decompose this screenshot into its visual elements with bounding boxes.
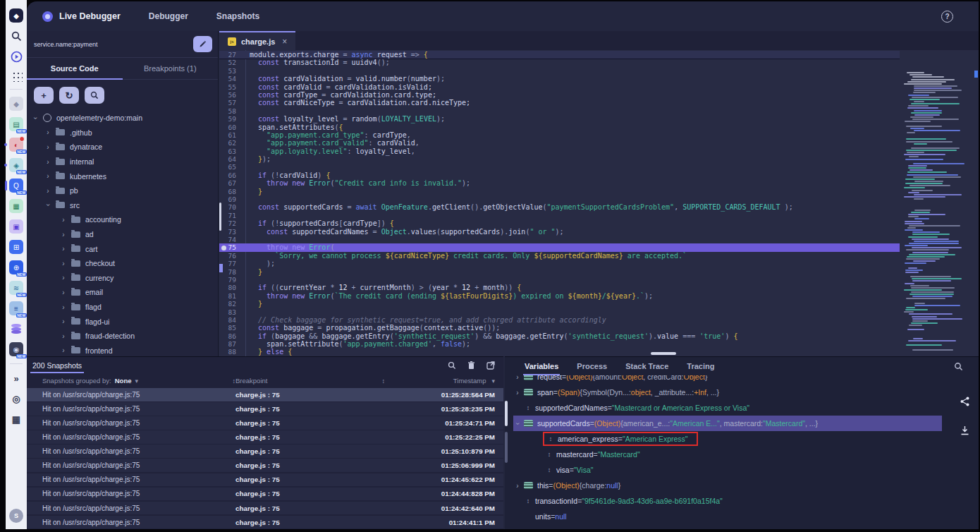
tree-item-dynatrace[interactable]: ›dynatrace: [27, 140, 218, 155]
download-icon[interactable]: [960, 425, 969, 435]
snapshot-row[interactable]: Hit on /usr/src/app/charge.js:75charge.j…: [27, 430, 503, 444]
line-number[interactable]: 78: [219, 268, 243, 276]
chevron-right-icon[interactable]: ›: [61, 245, 66, 253]
line-number[interactable]: 52: [219, 59, 243, 66]
tab-breakpoints[interactable]: Breakpoints (1): [123, 58, 219, 79]
variable-row[interactable]: ›supportedCards = (Object) {american_e..…: [513, 416, 942, 431]
chevron-down-icon[interactable]: ›: [514, 419, 522, 428]
line-number[interactable]: 58: [219, 107, 243, 115]
dynatrace-logo[interactable]: ◆: [9, 8, 23, 23]
snapshot-row[interactable]: Hit on /usr/src/app/charge.js:75charge.j…: [27, 459, 503, 472]
line-number[interactable]: 74: [219, 236, 243, 243]
app-databases-icon[interactable]: [9, 322, 23, 336]
chevron-right-icon[interactable]: ›: [45, 187, 51, 195]
snapshot-row[interactable]: Hit on /usr/src/app/charge.js:75charge.j…: [27, 502, 503, 515]
variable-row[interactable]: ›this = (Object) {charge: null}: [513, 478, 942, 493]
line-number[interactable]: 86: [219, 332, 243, 340]
user-avatar[interactable]: S: [9, 509, 23, 523]
line-number[interactable]: 62: [219, 139, 243, 147]
snapshot-row[interactable]: Hit on /usr/src/app/charge.js:75charge.j…: [27, 445, 503, 458]
tree-item-cart[interactable]: ›cart: [27, 241, 218, 256]
line-number[interactable]: 27: [219, 51, 243, 59]
tree-item-src[interactable]: ›src: [27, 198, 218, 213]
tree-item-email[interactable]: ›email: [27, 285, 218, 300]
line-number[interactable]: 60: [219, 123, 243, 131]
help-icon[interactable]: ?: [941, 11, 953, 23]
line-number[interactable]: 84: [219, 316, 243, 324]
chevron-right-icon[interactable]: ›: [513, 375, 522, 381]
editor-tab-charge-js[interactable]: js charge.js ×: [219, 31, 295, 50]
line-number[interactable]: 66: [219, 171, 243, 179]
chevron-right-icon[interactable]: ›: [45, 172, 51, 180]
app-hosts-icon[interactable]: ≡NEW: [9, 301, 23, 315]
variable-row[interactable]: ›request = (Object) {amount: Object, cre…: [513, 375, 942, 385]
line-number[interactable]: 61: [219, 131, 243, 139]
tab-snapshots[interactable]: Snapshots: [216, 11, 259, 21]
service-filter-input[interactable]: service.name:payment: [34, 41, 193, 48]
line-number[interactable]: 55: [219, 83, 243, 91]
app-settings-icon[interactable]: ⊕NEW: [9, 260, 23, 274]
grouped-by-value[interactable]: None: [115, 377, 132, 385]
tab-source-code[interactable]: Source Code: [27, 58, 123, 79]
line-number[interactable]: 79: [219, 276, 243, 284]
variable-row[interactable]: ↕transactionId = "9f5461de-9ad3-43d6-aa9…: [513, 493, 942, 509]
delete-snapshots-icon[interactable]: [467, 361, 475, 370]
usage-icon[interactable]: ▦: [9, 412, 23, 426]
line-number[interactable]: 67: [219, 179, 243, 187]
tree-root-repo[interactable]: ›opentelemetry-demo:main: [27, 111, 218, 126]
line-number[interactable]: 87: [219, 340, 243, 348]
line-number[interactable]: 72: [219, 219, 243, 227]
snapshot-row[interactable]: Hit on /usr/src/app/charge.js:75charge.j…: [27, 473, 503, 487]
app-launcher-icon[interactable]: [11, 70, 23, 82]
variable-row[interactable]: ↕year = 2039: [513, 524, 942, 528]
line-number[interactable]: 56: [219, 91, 243, 99]
chevron-right-icon[interactable]: ›: [45, 143, 51, 151]
snapshot-row[interactable]: Hit on /usr/src/app/charge.js:75charge.j…: [27, 388, 503, 401]
app-library-icon[interactable]: ▣: [9, 219, 23, 234]
tree-item-frontend[interactable]: ›frontend: [27, 344, 218, 357]
line-number[interactable]: 70: [219, 203, 243, 211]
app-query-icon[interactable]: QNEW: [9, 179, 23, 193]
app-workflows-icon[interactable]: ▦: [9, 199, 23, 213]
line-number[interactable]: 71: [219, 212, 243, 219]
app-clouds-icon[interactable]: ≋NEW: [9, 281, 23, 295]
var-tab-tracing[interactable]: Tracing: [687, 357, 714, 375]
tree-item-checkout[interactable]: ›checkout: [27, 256, 218, 271]
line-number[interactable]: 81: [219, 292, 243, 300]
refresh-button[interactable]: ↻: [59, 87, 79, 104]
snapshot-row[interactable]: Hit on /usr/src/app/charge.js:75charge.j…: [27, 488, 503, 501]
line-number[interactable]: 73: [219, 228, 243, 236]
open-in-new-icon[interactable]: [486, 361, 495, 370]
line-number[interactable]: 54: [219, 75, 243, 83]
tree-item-flagd-ui[interactable]: ›flagd-ui: [27, 314, 218, 329]
search-variables-icon[interactable]: [954, 362, 963, 371]
panel-resize-handle[interactable]: [651, 352, 676, 355]
chevron-down-icon[interactable]: ›: [44, 202, 52, 208]
line-number[interactable]: 64: [219, 155, 243, 163]
tree-item-pb[interactable]: ›pb: [27, 183, 218, 198]
line-number[interactable]: 82: [219, 300, 243, 308]
column-breakpoint[interactable]: Breakpoint: [235, 377, 267, 385]
chevron-right-icon[interactable]: ›: [61, 318, 66, 325]
app-problems-icon[interactable]: ◐NEW: [9, 138, 23, 152]
column-timestamp[interactable]: Timestamp: [453, 377, 486, 385]
sort-timestamp-icon[interactable]: ▾: [491, 377, 495, 385]
variables-scrollbar-handle[interactable]: [505, 401, 508, 426]
minimap[interactable]: [902, 70, 972, 351]
line-number[interactable]: 53: [219, 67, 243, 75]
tree-item-accounting[interactable]: ›accounting: [27, 212, 218, 227]
chevron-right-icon[interactable]: ›: [61, 289, 66, 296]
app-notebooks-icon[interactable]: ▤NEW: [9, 117, 23, 131]
chevron-right-icon[interactable]: ›: [45, 158, 51, 166]
variable-row[interactable]: ↕supportedCardNames = "Mastercard or Ame…: [513, 400, 942, 416]
chevron-right-icon[interactable]: ›: [61, 332, 66, 340]
tree-item-currency[interactable]: ›currency: [27, 271, 218, 286]
variable-row[interactable]: units = null: [513, 509, 942, 524]
tab-debugger[interactable]: Debugger: [149, 11, 188, 21]
variable-row[interactable]: ↕american_express = "American Express": [513, 431, 942, 447]
var-tab-variables[interactable]: Variables: [525, 357, 558, 375]
line-number[interactable]: 57: [219, 99, 243, 107]
line-number[interactable]: 80: [219, 284, 243, 291]
breakpoint-dot[interactable]: [221, 246, 226, 250]
line-number[interactable]: 69: [219, 195, 243, 203]
